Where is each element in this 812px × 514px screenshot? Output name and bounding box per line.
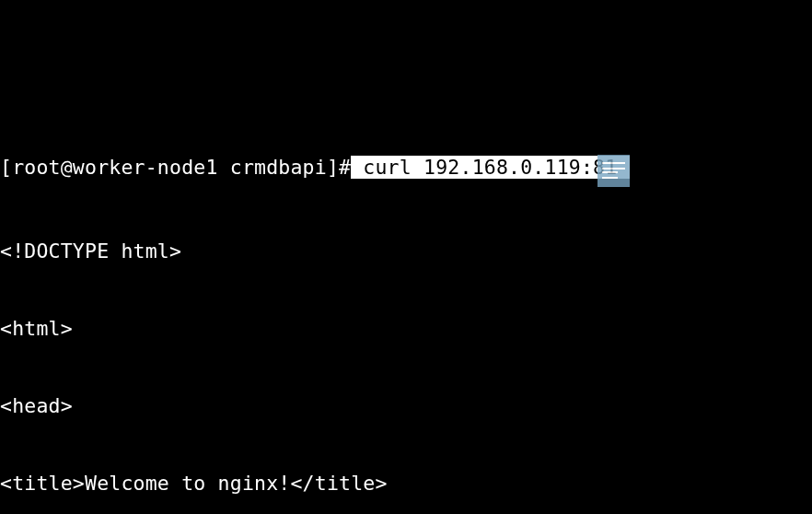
output-line: <head> bbox=[0, 393, 812, 419]
shell-prompt: [root@worker-node1 crmdbapi]# bbox=[0, 156, 351, 179]
output-line: <!DOCTYPE html> bbox=[0, 239, 812, 264]
command-text: curl 192.168.0.119:81 bbox=[351, 156, 629, 179]
text-cursor-icon bbox=[597, 155, 630, 187]
output-line: <title>Welcome to nginx!</title> bbox=[0, 471, 812, 496]
terminal-window[interactable]: [root@worker-node1 crmdbapi]# curl 192.1… bbox=[0, 103, 812, 514]
output-line: <html> bbox=[0, 316, 812, 342]
prompt-line: [root@worker-node1 crmdbapi]# curl 192.1… bbox=[0, 155, 812, 187]
